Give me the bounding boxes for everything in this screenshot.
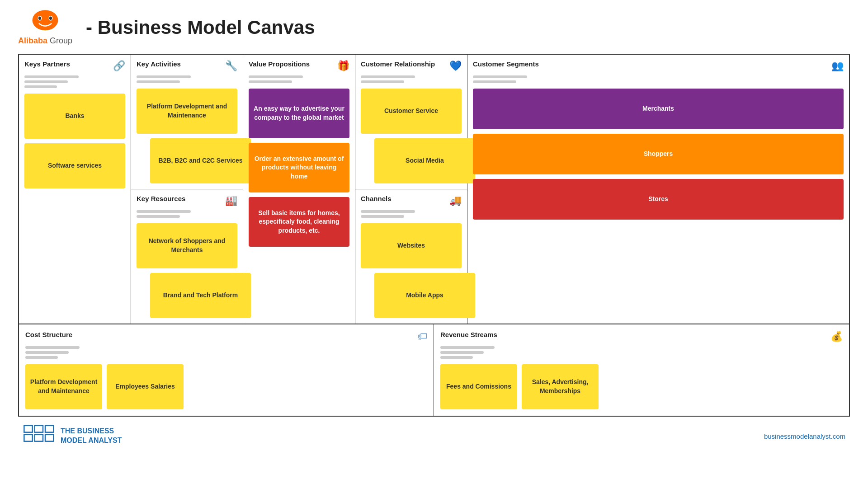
channels-lines — [361, 210, 415, 218]
keys-partners-cell: Keys Partners 🔗 Banks Software services — [19, 55, 131, 324]
svg-point-5 — [49, 17, 52, 20]
keys-partners-header: Keys Partners 🔗 — [24, 60, 125, 72]
relationship-channels-cell: Customer Relationship 💙 Customer Service… — [355, 55, 467, 324]
line3 — [25, 356, 58, 359]
revenue-header: Revenue Streams 💰 — [440, 331, 843, 343]
rel-stickies: Customer Service Social Media — [361, 89, 462, 183]
key-activities-header: Key Activities 🔧 — [137, 60, 237, 72]
segments-icon: 👥 — [831, 60, 844, 72]
revenue-icon: 💰 — [830, 331, 843, 343]
line1 — [440, 346, 495, 349]
value-props-header: Value Propositions 🎁 — [249, 60, 349, 72]
rel-lines — [361, 75, 415, 83]
line1 — [137, 75, 191, 78]
svg-point-4 — [38, 17, 41, 20]
logo-text: Alibaba Group — [18, 36, 72, 46]
key-activities-lines — [137, 75, 191, 83]
keys-partners-title: Keys Partners — [24, 60, 70, 68]
footer-line2: MODEL ANALYST — [61, 436, 122, 446]
line1 — [473, 75, 527, 78]
segments-stickies: Merchants Shoppers Stores — [473, 89, 844, 220]
footer-logo-icon — [23, 425, 54, 447]
channels-title: Channels — [361, 195, 392, 202]
footer-url: businessmodelanalyst.com — [764, 432, 845, 440]
channels-stickies: Websites Mobile Apps — [361, 223, 462, 318]
top-grid: Keys Partners 🔗 Banks Software services — [19, 55, 849, 324]
channels-section: Channels 🚚 Websites Mobile Apps — [355, 189, 467, 324]
sticky-customer-service: Customer Service — [361, 89, 462, 134]
key-activities-icon: 🔧 — [225, 60, 237, 72]
value-props-stickies: An easy way to advertise your company to… — [249, 89, 349, 247]
sticky-mobile-apps: Mobile Apps — [374, 273, 475, 318]
line1 — [137, 210, 191, 213]
keys-partners-lines — [24, 75, 79, 88]
footer-line1: THE BUSINESS — [61, 427, 122, 436]
line1 — [24, 75, 79, 78]
svg-rect-10 — [45, 426, 53, 432]
key-resources-header: Key Resources 🏭 — [137, 195, 237, 206]
sticky-shoppers: Shoppers — [473, 134, 844, 174]
sticky-sales: Sales, Advertising, Memberships — [522, 364, 599, 409]
line1 — [249, 75, 303, 78]
svg-rect-11 — [24, 435, 32, 441]
sticky-platform-dev: Platform Development and Maintenance — [137, 89, 237, 134]
segments-lines — [473, 75, 527, 83]
alibaba-text: Alibaba — [18, 36, 47, 45]
svg-rect-9 — [35, 426, 43, 432]
rel-header: Customer Relationship 💙 — [361, 60, 462, 72]
line2 — [249, 80, 292, 83]
revenue-lines — [440, 346, 495, 359]
sticky-social-media: Social Media — [374, 138, 475, 183]
line3 — [440, 356, 473, 359]
sticky-order: Order an extensive amount of products wi… — [249, 143, 349, 192]
svg-rect-13 — [45, 435, 53, 441]
keys-partners-stickies: Banks Software services — [24, 94, 125, 188]
sticky-software: Software services — [24, 143, 125, 188]
cost-header: Cost Structure 🏷 — [25, 331, 427, 343]
sticky-websites: Websites — [361, 223, 462, 268]
segments-header: Customer Segments 👥 — [473, 60, 844, 72]
segments-title: Customer Segments — [473, 60, 539, 68]
key-resources-section: Key Resources 🏭 Network of Shoppers and … — [131, 189, 243, 324]
line2 — [137, 80, 180, 83]
key-activities-cell: Key Activities 🔧 Platform Development an… — [131, 55, 243, 324]
key-resources-lines — [137, 210, 191, 218]
value-propositions-cell: Value Propositions 🎁 An easy way to adve… — [243, 55, 355, 324]
svg-rect-12 — [35, 435, 43, 441]
group-text: Group — [50, 36, 72, 45]
business-model-canvas: Keys Partners 🔗 Banks Software services — [18, 54, 850, 417]
line3 — [24, 85, 57, 88]
sticky-b2b: B2B, B2C and C2C Services — [150, 138, 251, 183]
key-activities-title: Key Activities — [137, 60, 181, 68]
sticky-stores: Stores — [473, 179, 844, 220]
rel-icon: 💙 — [449, 60, 462, 72]
customer-relationship-section: Customer Relationship 💙 Customer Service… — [355, 55, 467, 189]
sticky-brand: Brand and Tech Platform — [150, 273, 251, 318]
alibaba-logo-icon — [25, 9, 66, 36]
sticky-platform-cost: Platform Development and Maintenance — [25, 364, 102, 409]
line2 — [361, 215, 404, 218]
footer-logo-text: THE BUSINESS MODEL ANALYST — [61, 427, 122, 446]
cost-title: Cost Structure — [25, 331, 72, 338]
key-activities-section: Key Activities 🔧 Platform Development an… — [131, 55, 243, 189]
value-props-title: Value Propositions — [249, 60, 310, 68]
sticky-banks: Banks — [24, 94, 125, 139]
keys-partners-icon: 🔗 — [113, 60, 125, 72]
revenue-stickies: Fees and Comissions Sales, Advertising, … — [440, 364, 843, 409]
line1 — [25, 346, 80, 349]
value-props-icon: 🎁 — [337, 60, 349, 72]
sticky-advertise: An easy way to advertise your company to… — [249, 89, 349, 138]
revenue-streams-cell: Revenue Streams 💰 Fees and Comissions Sa… — [434, 324, 849, 416]
channels-icon: 🚚 — [449, 195, 462, 206]
cost-icon: 🏷 — [417, 331, 427, 343]
svg-point-7 — [44, 10, 47, 13]
customer-segments-cell: Customer Segments 👥 Merchants Shoppers S… — [467, 55, 849, 324]
line2 — [473, 80, 516, 83]
key-activities-stickies: Platform Development and Maintenance B2B… — [137, 89, 237, 183]
line1 — [361, 75, 415, 78]
line2 — [137, 215, 180, 218]
line2 — [24, 80, 68, 83]
bottom-grid: Cost Structure 🏷 Platform Development an… — [19, 324, 849, 416]
line2 — [25, 351, 69, 354]
sticky-merchants: Merchants — [473, 89, 844, 129]
